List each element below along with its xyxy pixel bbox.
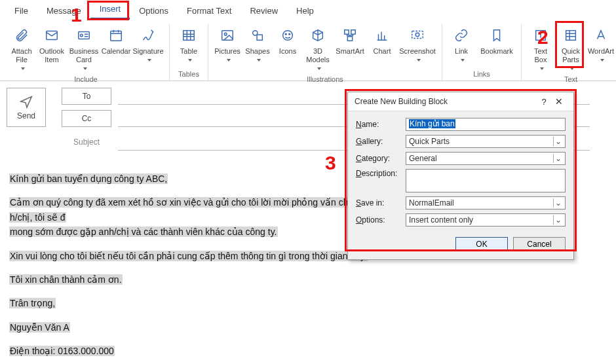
svg-point-10 [285,33,286,35]
dialog-title-text: Create New Building Block [355,97,448,106]
dialog-ok-button[interactable]: OK [455,237,508,251]
3d-models-label: 3D Models [306,47,329,64]
send-button[interactable]: Send [7,88,46,127]
quick-parts-label: Quick Parts [562,47,580,64]
tab-review[interactable]: Review [241,2,287,20]
ribbon-group-text: Text Box Quick Parts WordArt Text [522,24,616,81]
body-line-5: Tôi xin chân thành cảm ơn. [9,274,123,285]
svg-rect-15 [412,31,423,39]
chart-label: Chart [374,47,391,56]
body-line-7: Nguyễn Văn A [9,322,70,333]
svg-point-6 [224,33,227,35]
quick-parts-button[interactable]: Quick Parts [556,24,586,74]
icons-button[interactable]: Icons [273,24,303,57]
body-line-2a: Cảm ơn quý công ty đã xem xét hồ sơ xin … [9,197,374,208]
dlg-gallery-select[interactable]: Quick Parts⌄ [406,135,566,148]
send-label: Send [17,111,35,120]
dialog-help-button[interactable]: ? [541,97,546,107]
pictures-button[interactable]: Pictures [212,24,242,65]
group-label-links: Links [473,69,490,81]
cube-icon [311,25,325,46]
dlg-options-select[interactable]: Insert content only⌄ [406,213,566,227]
tab-insert[interactable]: Insert [90,0,130,20]
svg-rect-4 [183,31,195,41]
signature-label: Signature [132,47,163,56]
shapes-label: Shapes [245,47,269,56]
wordart-button[interactable]: WordArt [586,24,616,65]
dlg-gallery-label: Gallery: [356,137,406,146]
signature-button[interactable]: Signature [131,24,165,65]
table-button[interactable]: Table [174,24,204,65]
tab-file[interactable]: File [5,2,37,20]
cc-button[interactable]: Cc [62,110,111,127]
icons-icon [280,25,295,46]
dialog-cancel-button[interactable]: Cancel [513,237,566,251]
paperclip-icon [14,25,29,46]
image-icon [220,25,235,46]
tab-options[interactable]: Options [130,2,178,20]
group-label-include: Include [74,74,97,86]
pictures-label: Pictures [214,47,241,56]
group-label-illustrations: Illustrations [307,74,343,86]
ribbon-group-tables: Table Tables [170,24,208,81]
svg-point-16 [415,33,419,37]
chart-button[interactable]: Chart [367,24,397,57]
calendar-label: Calendar [102,47,131,56]
body-line-3: mong sớm được gặp anh/chị và các thành v… [9,227,278,237]
svg-point-9 [283,31,293,41]
chevron-down-icon: ⌄ [553,154,562,163]
icons-label: Icons [279,47,296,56]
tab-help[interactable]: Help [287,2,323,20]
screenshot-icon [410,25,425,46]
attach-file-button[interactable]: Attach File [7,24,37,74]
subject-label: Subject [62,137,111,147]
svg-rect-3 [111,31,122,41]
screenshot-button[interactable]: Screenshot [397,24,438,65]
outlook-item-label: Outlook Item [39,47,64,64]
dialog-titlebar[interactable]: Create New Building Block ? ✕ [348,92,573,111]
dlg-name-input[interactable]: Kính gửi ban [406,118,566,131]
svg-rect-8 [257,35,262,40]
chevron-down-icon: ⌄ [553,198,562,208]
svg-rect-18 [566,31,576,41]
tab-format-text[interactable]: Format Text [178,2,241,20]
business-card-button[interactable]: Business Card [67,24,101,74]
wordart-icon [594,25,608,46]
dialog-close-button[interactable]: ✕ [551,96,567,107]
dlg-category-select[interactable]: General⌄ [406,152,566,165]
tab-message[interactable]: Message [37,2,90,20]
table-icon [182,25,196,46]
text-box-button[interactable]: Text Box [526,24,556,74]
smartart-label: SmartArt [336,47,364,56]
svg-rect-13 [351,30,355,34]
text-box-label: Text Box [534,47,547,64]
dlg-description-input[interactable] [406,169,566,192]
body-line-2b: h/chị, tôi sẽ đ [9,212,66,223]
to-button[interactable]: To [62,88,111,105]
svg-rect-14 [347,37,352,41]
dlg-category-label: Category: [356,154,406,163]
svg-point-2 [81,34,83,37]
signature-icon [141,25,155,46]
shapes-button[interactable]: Shapes [242,24,273,65]
chevron-down-icon: ⌄ [553,137,562,146]
ribbon-group-include: Attach File Outlook Item Business Card C… [3,24,170,81]
3d-models-button[interactable]: 3D Models [303,24,333,74]
calendar-button[interactable]: Calendar [101,24,131,57]
chart-icon [375,25,389,46]
dlg-savein-label: Save in: [356,198,406,208]
shapes-icon [250,25,265,46]
body-line-8: Điện thoại: 0163.000.000 [9,346,115,356]
link-button[interactable]: Link [446,24,476,65]
dlg-savein-select[interactable]: NormalEmail⌄ [406,196,566,209]
smartart-button[interactable]: SmartArt [333,24,367,57]
calendar-icon [109,25,123,46]
bookmark-button[interactable]: Bookmark [476,24,517,57]
chevron-down-icon: ⌄ [553,215,562,225]
svg-rect-5 [222,31,233,41]
ribbon-group-illustrations: Pictures Shapes Icons 3D Models SmartArt… [208,24,442,81]
business-card-label: Business Card [69,47,99,64]
outlook-item-button[interactable]: Outlook Item [37,24,67,65]
wordart-label: WordArt [588,47,614,56]
ribbon: Attach File Outlook Item Business Card C… [0,20,616,81]
